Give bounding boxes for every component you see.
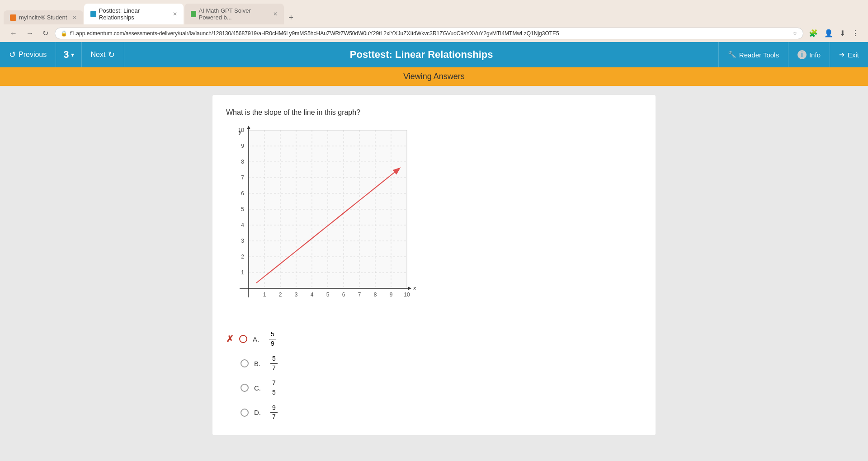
answer-label-b: B. <box>254 360 265 367</box>
download-icon[interactable]: ⬇ <box>838 27 847 39</box>
fraction-b-den: 7 <box>270 364 278 373</box>
fraction-a-num: 5 <box>269 330 276 339</box>
new-tab-button[interactable]: + <box>285 11 297 24</box>
answer-row-c: C. 7 5 <box>226 379 642 397</box>
graph-svg: 10 9 8 7 6 5 4 3 2 1 1 2 3 4 5 6 7 8 <box>226 126 416 315</box>
viewing-answers-bar: Viewing Answers <box>0 67 868 86</box>
header-right: 🔧 Reader Tools i Info ➔ Exit <box>718 42 868 67</box>
wrench-icon: 🔧 <box>728 51 736 59</box>
extensions-icon[interactable]: 🧩 <box>807 27 820 39</box>
svg-text:5: 5 <box>326 292 330 298</box>
page-title: Posttest: Linear Relationships <box>124 49 718 61</box>
chevron-down-icon: ▾ <box>71 51 74 58</box>
previous-icon: ↺ <box>9 50 16 60</box>
svg-text:4: 4 <box>241 222 244 228</box>
svg-text:7: 7 <box>358 292 361 298</box>
answer-label-a: A. <box>253 335 264 343</box>
svg-text:3: 3 <box>295 292 298 298</box>
svg-text:7: 7 <box>241 174 244 181</box>
answer-label-c: C. <box>254 384 265 392</box>
next-icon: ↻ <box>108 50 115 60</box>
fraction-d-num: 9 <box>270 404 278 413</box>
fraction-a: 5 9 <box>269 330 276 348</box>
fraction-b: 5 7 <box>270 354 278 372</box>
tab-label-1: myIncite® Student <box>19 14 67 21</box>
svg-text:x: x <box>413 285 416 292</box>
fraction-d-den: 7 <box>270 413 278 422</box>
graph-container: 10 9 8 7 6 5 4 3 2 1 1 2 3 4 5 6 7 8 <box>226 126 642 315</box>
tab-label-3: AI Math GPT Solver Powered b... <box>199 7 268 21</box>
answer-row-d: D. 9 7 <box>226 404 642 422</box>
fraction-b-num: 5 <box>270 354 278 364</box>
svg-text:8: 8 <box>374 292 377 298</box>
svg-marker-22 <box>408 287 411 290</box>
tab-posttest[interactable]: Posttest: Linear Relationships ✕ <box>84 4 184 24</box>
tab-close-2[interactable]: ✕ <box>173 11 177 17</box>
more-icon[interactable]: ⋮ <box>850 27 861 39</box>
address-bar[interactable]: 🔒 f1.app.edmentum.com/assessments-delive… <box>55 28 803 39</box>
tab-bar: myIncite® Student ✕ Posttest: Linear Rel… <box>4 4 864 24</box>
question-nav[interactable]: 3 ▾ <box>56 42 81 67</box>
svg-text:5: 5 <box>241 206 244 212</box>
svg-marker-20 <box>247 126 250 129</box>
previous-label: Previous <box>19 51 47 59</box>
profile-icon[interactable]: 👤 <box>822 27 835 39</box>
exit-icon: ➔ <box>839 51 845 59</box>
svg-text:2: 2 <box>279 292 282 298</box>
back-button[interactable]: ← <box>7 28 20 39</box>
svg-text:8: 8 <box>241 159 244 165</box>
tab-ai-solver[interactable]: AI Math GPT Solver Powered b... ✕ <box>184 4 284 24</box>
tab-favicon-2 <box>90 11 96 17</box>
browser-toolbar: ← → ↻ 🔒 f1.app.edmentum.com/assessments-… <box>4 24 864 42</box>
fraction-d: 9 7 <box>270 404 278 422</box>
next-label: Next <box>91 51 106 59</box>
fraction-a-den: 9 <box>269 339 276 348</box>
svg-text:3: 3 <box>241 238 244 244</box>
radio-a[interactable] <box>239 335 247 343</box>
tab-label-2: Posttest: Linear Relationships <box>99 7 168 21</box>
svg-text:9: 9 <box>390 292 393 298</box>
answer-choices: ✗ A. 5 9 B. 5 7 <box>226 326 642 422</box>
lock-icon: 🔒 <box>61 30 67 37</box>
info-icon: i <box>797 50 807 59</box>
tab-myincite[interactable]: myIncite® Student ✕ <box>4 10 83 24</box>
previous-button[interactable]: ↺ Previous <box>0 42 56 67</box>
svg-text:2: 2 <box>241 254 244 260</box>
url-text: f1.app.edmentum.com/assessments-delivery… <box>70 30 790 37</box>
info-button[interactable]: i Info <box>788 42 830 67</box>
svg-text:6: 6 <box>342 292 345 298</box>
wrong-icon-a: ✗ <box>226 334 234 344</box>
svg-text:1: 1 <box>241 269 244 276</box>
fraction-c: 7 5 <box>270 379 278 397</box>
next-button[interactable]: Next ↻ <box>82 42 125 67</box>
exit-button[interactable]: ➔ Exit <box>830 42 868 67</box>
forward-button[interactable]: → <box>24 28 36 39</box>
svg-text:1: 1 <box>263 292 266 298</box>
svg-text:4: 4 <box>311 292 314 298</box>
viewing-answers-text: Viewing Answers <box>403 72 465 81</box>
answer-row-a: ✗ A. 5 9 <box>226 330 642 348</box>
question-number: 3 <box>63 49 69 61</box>
svg-text:10: 10 <box>404 292 410 298</box>
app-header: ↺ Previous 3 ▾ Next ↻ Posttest: Linear R… <box>0 42 868 67</box>
browser-chrome: myIncite® Student ✕ Posttest: Linear Rel… <box>0 0 868 42</box>
exit-label: Exit <box>848 51 859 59</box>
reader-tools-button[interactable]: 🔧 Reader Tools <box>718 42 788 67</box>
info-label: Info <box>809 51 821 59</box>
tab-favicon-1 <box>10 14 16 21</box>
radio-d[interactable] <box>241 409 249 417</box>
question-card: What is the slope of the line in this gr… <box>212 95 656 435</box>
radio-c[interactable] <box>241 384 249 392</box>
tab-close-3[interactable]: ✕ <box>273 11 278 17</box>
toolbar-icons: 🧩 👤 ⬇ ⋮ <box>807 27 861 39</box>
question-text: What is the slope of the line in this gr… <box>226 108 642 117</box>
reload-button[interactable]: ↻ <box>40 27 51 39</box>
fraction-c-num: 7 <box>270 379 278 388</box>
radio-b[interactable] <box>241 359 249 367</box>
tab-close-1[interactable]: ✕ <box>72 14 77 21</box>
svg-text:9: 9 <box>241 143 244 149</box>
svg-text:6: 6 <box>241 190 244 197</box>
reader-tools-label: Reader Tools <box>739 51 779 59</box>
main-content: What is the slope of the line in this gr… <box>0 86 868 461</box>
bookmark-icon: ☆ <box>793 30 797 37</box>
